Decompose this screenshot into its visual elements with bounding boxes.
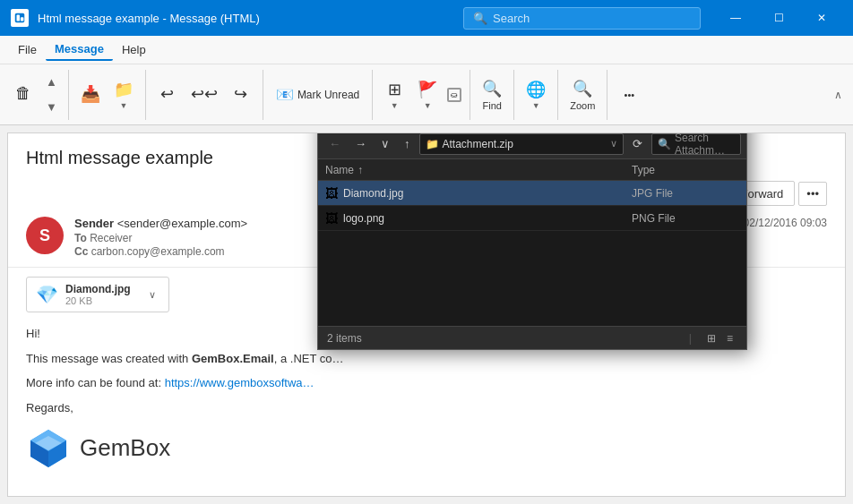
fe-up-button[interactable]: ↑ bbox=[399, 134, 416, 153]
menu-bar: File Message Help bbox=[0, 36, 853, 64]
fe-file-diamond-icon: 🖼 bbox=[325, 186, 338, 201]
search-icon: 🔍 bbox=[473, 12, 487, 25]
svg-rect-1 bbox=[17, 15, 21, 21]
fe-file-logo-icon: 🖼 bbox=[325, 211, 338, 226]
email-area: Html message example 👍 ↩ Reply ↩ Reply A… bbox=[7, 132, 846, 497]
categorize-icon: ⊞ bbox=[388, 80, 401, 99]
attachment-name: Diamond.jpg bbox=[65, 283, 131, 295]
gembox-cube-icon bbox=[26, 425, 71, 470]
flag-icon: 🚩 bbox=[418, 80, 437, 99]
find-button[interactable]: 🔍 Find bbox=[476, 70, 508, 120]
fe-grid-view-button[interactable]: ⊞ bbox=[702, 330, 720, 346]
translate-button[interactable]: 🌐 ▼ bbox=[520, 70, 552, 120]
mark-unread-icon: 📧 bbox=[276, 86, 294, 103]
zoom-icon: 🔍 bbox=[573, 79, 592, 98]
fe-forward-button[interactable]: → bbox=[349, 134, 372, 153]
flag-button[interactable]: 🚩 ▼ bbox=[411, 70, 444, 120]
attachment-box[interactable]: 💎 Diamond.jpg 20 KB ∨ bbox=[26, 277, 169, 312]
svg-rect-2 bbox=[21, 17, 24, 21]
fe-status-text: 2 items bbox=[327, 332, 678, 345]
fe-refresh-button[interactable]: ⟳ bbox=[627, 134, 648, 153]
move-button[interactable]: 📁 ▼ bbox=[108, 70, 140, 120]
forward-ribbon-button[interactable]: ↪ bbox=[225, 70, 257, 120]
ribbon: 🗑 ▲ ▼ 📥 📁 ▼ ↩ ↩↩ ↪ 📧 Mark Unr bbox=[0, 64, 853, 125]
ribbon-collapse-button[interactable]: ∧ bbox=[831, 85, 846, 105]
menu-message[interactable]: Message bbox=[46, 38, 113, 61]
delete-down-arrow[interactable]: ▼ bbox=[40, 95, 63, 120]
app-logo bbox=[11, 9, 29, 27]
ribbon-delete-group: 🗑 ▲ ▼ bbox=[7, 70, 69, 120]
fe-col-name[interactable]: Name ↑ bbox=[325, 164, 632, 176]
gembox-link[interactable]: https://www.gemboxsoftwa… bbox=[165, 376, 314, 389]
window-controls: — ☐ ✕ bbox=[715, 0, 842, 36]
fe-navigation: ← → ∨ ↑ 📁 Attachment.zip ∨ ⟳ 🔍 Search At… bbox=[318, 132, 746, 159]
fe-address-text: Attachment.zip bbox=[443, 138, 607, 150]
fe-address-folder-icon: 📁 bbox=[426, 138, 439, 150]
mark-unread-label: Mark Unread bbox=[297, 89, 359, 101]
delete-nav: ▲ ▼ bbox=[40, 70, 63, 120]
find-label: Find bbox=[483, 100, 502, 111]
zoom-label: Zoom bbox=[570, 100, 595, 111]
ribbon-mark-group: 📧 Mark Unread bbox=[269, 70, 373, 120]
fe-list-view-button[interactable]: ≡ bbox=[722, 330, 737, 346]
menu-file[interactable]: File bbox=[9, 39, 46, 60]
forward-icon: ↪ bbox=[234, 84, 247, 104]
delete-icon: 🗑 bbox=[15, 84, 31, 103]
search-input[interactable] bbox=[493, 12, 691, 25]
ribbon-archive-group: 📥 📁 ▼ bbox=[74, 70, 146, 120]
delete-button[interactable]: 🗑 bbox=[7, 70, 39, 120]
fe-file-diamond-type: JPG File bbox=[632, 187, 739, 200]
fe-file-logo[interactable]: 🖼 logo.png PNG File bbox=[318, 206, 746, 231]
ribbon-nav-group: ↩ ↩↩ ↪ bbox=[151, 70, 263, 120]
gembox-logo: GemBox bbox=[26, 425, 827, 470]
window-title: Html message example - Message (HTML) bbox=[38, 12, 463, 25]
close-button[interactable]: ✕ bbox=[801, 0, 842, 36]
attachment-size: 20 KB bbox=[65, 295, 131, 306]
fe-search-placeholder: Search Attachm… bbox=[675, 132, 735, 157]
fe-file-logo-type: PNG File bbox=[632, 212, 739, 225]
title-bar: Html message example - Message (HTML) 🔍 … bbox=[0, 0, 853, 36]
fe-col-type[interactable]: Type bbox=[632, 164, 739, 176]
fe-search-icon: 🔍 bbox=[658, 138, 671, 150]
gembox-brand-text: GemBox bbox=[80, 434, 170, 462]
body-paragraph2: More info can be found at: https://www.g… bbox=[26, 374, 827, 392]
reply-all-ribbon-button[interactable]: ↩↩ bbox=[185, 70, 224, 120]
attach-file-icon: 💎 bbox=[36, 284, 58, 305]
ribbon-zoom-group: 🔍 Zoom bbox=[564, 70, 607, 120]
back-icon: ↩ bbox=[160, 84, 174, 104]
fe-back-button[interactable]: ← bbox=[323, 134, 346, 153]
fe-file-diamond[interactable]: 🖼 Diamond.jpg JPG File bbox=[318, 181, 746, 206]
back-button[interactable]: ↩ bbox=[151, 70, 184, 120]
ribbon-more-button[interactable]: ••• bbox=[613, 70, 645, 120]
fe-sort-icon: ↑ bbox=[358, 164, 363, 176]
ribbon-tags-group: ⊞ ▼ 🚩 ▼ ⛀ bbox=[378, 70, 470, 120]
fe-nav-chevron[interactable]: ∨ bbox=[375, 134, 395, 153]
more-icon: ••• bbox=[625, 90, 635, 100]
fe-column-header: Name ↑ Type bbox=[318, 159, 746, 181]
flag-extra-button[interactable]: ⛀ bbox=[447, 88, 461, 102]
minimize-button[interactable]: — bbox=[715, 0, 756, 36]
ribbon-translate-group: 🌐 ▼ bbox=[520, 70, 558, 120]
archive-icon: 📥 bbox=[81, 84, 100, 104]
archive-button[interactable]: 📥 bbox=[74, 70, 107, 120]
fe-address-chevron-icon[interactable]: ∨ bbox=[610, 138, 617, 149]
delete-up-arrow[interactable]: ▲ bbox=[40, 70, 63, 95]
find-icon: 🔍 bbox=[482, 79, 502, 98]
email-more-button[interactable]: ••• bbox=[798, 182, 827, 206]
reply-all-icon: ↩↩ bbox=[191, 84, 218, 104]
file-explorer-window: 📁 💾 ✏ Attachment.zip — ☐ ✕ File Home Sha… bbox=[317, 132, 747, 350]
maximize-button[interactable]: ☐ bbox=[758, 0, 799, 36]
menu-help[interactable]: Help bbox=[113, 39, 155, 60]
fe-file-logo-name: logo.png bbox=[343, 212, 632, 225]
body-paragraph1: This message was created with GemBox.Ema… bbox=[26, 350, 827, 368]
fe-search-box[interactable]: 🔍 Search Attachm… bbox=[651, 133, 741, 155]
categorize-button[interactable]: ⊞ ▼ bbox=[378, 70, 410, 120]
ribbon-find-group: 🔍 Find bbox=[476, 70, 514, 120]
fe-address-bar[interactable]: 📁 Attachment.zip ∨ bbox=[419, 133, 625, 155]
mark-unread-button[interactable]: 📧 Mark Unread bbox=[269, 70, 366, 120]
search-box[interactable]: 🔍 bbox=[463, 7, 701, 30]
zoom-button[interactable]: 🔍 Zoom bbox=[564, 70, 601, 120]
fe-col-name-label: Name bbox=[325, 164, 354, 176]
attachment-chevron-icon[interactable]: ∨ bbox=[149, 289, 156, 301]
fe-file-diamond-name: Diamond.jpg bbox=[343, 187, 632, 200]
